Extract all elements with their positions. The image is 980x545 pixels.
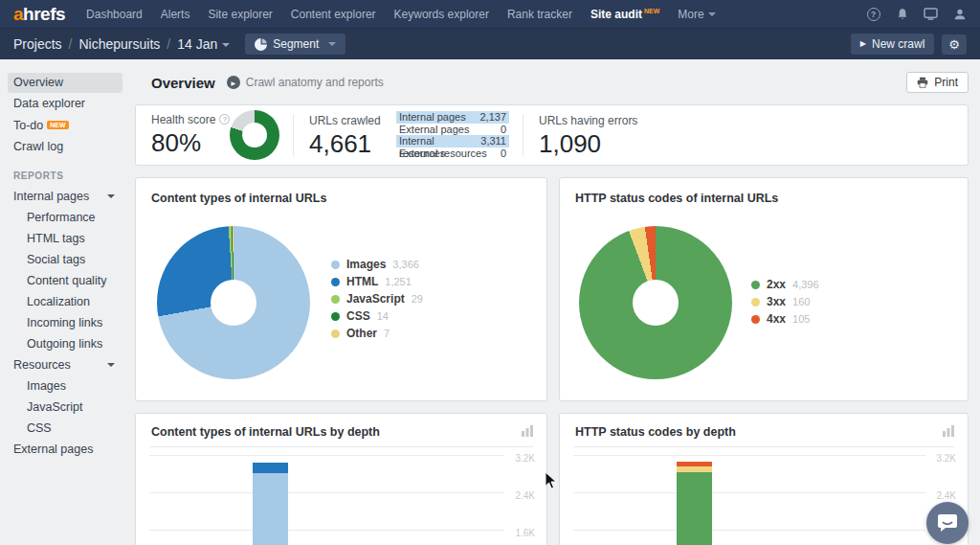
table-row-internal-pages[interactable]: Internal pages2,137 [396, 111, 509, 124]
breadcrumb-project-name[interactable]: Nichepursuits [78, 36, 160, 52]
legend-item-other[interactable]: Other7 [331, 328, 423, 339]
nav-keywords-explorer[interactable]: Keywords explorer [394, 8, 489, 21]
nav-alerts[interactable]: Alerts [161, 8, 190, 21]
segment-button[interactable]: Segment [245, 34, 345, 55]
row-label: External resources [399, 148, 487, 160]
notifications-bell-icon[interactable] [895, 7, 909, 21]
legend-value: 1,251 [385, 276, 412, 287]
sidebar-item-images[interactable]: Images [8, 376, 122, 397]
legend-dot [751, 315, 760, 324]
urls-crawled-label: URLs crawled [309, 114, 375, 127]
crawl-date-selector[interactable]: 14 Jan [177, 36, 230, 52]
legend-label: JavaScript [346, 292, 405, 306]
chevron-down-icon [222, 43, 230, 47]
table-row-internal-resources[interactable]: Internal resources3,311 [396, 135, 509, 148]
crawl-anatomy-link[interactable]: ▶ Crawl anatomy and reports [227, 76, 384, 89]
resources-label: Resources [13, 358, 71, 372]
legend-item-images[interactable]: Images3,366 [331, 259, 423, 270]
y-axis-tick: 2.4K [515, 490, 535, 501]
content-types-card: Content types of internal URLs Images3,3… [135, 177, 547, 401]
sidebar-item-internal-pages[interactable]: Internal pages [8, 187, 122, 207]
sidebar-item-external-pages[interactable]: External pages [8, 440, 122, 460]
legend-item-javascript[interactable]: JavaScript29 [331, 293, 423, 305]
user-account-icon[interactable] [952, 7, 967, 21]
nav-more-label: More [678, 8, 703, 21]
sidebar-item-localization[interactable]: Localization [8, 292, 122, 312]
sidebar-item-overview[interactable]: Overview [8, 73, 122, 93]
sidebar-item-javascript[interactable]: JavaScript [8, 397, 122, 418]
chat-widget-icon[interactable] [924, 7, 938, 21]
chat-launcher-button[interactable] [926, 502, 969, 544]
nav-site-audit[interactable]: Site auditNEW [590, 8, 659, 21]
sidebar-item-css[interactable]: CSS [8, 419, 122, 439]
row-label: Internal resources [399, 135, 480, 148]
y-axis-tick: 3.2K [515, 453, 535, 464]
sidebar-reports-header: REPORTS [0, 169, 130, 183]
table-row-external-resources[interactable]: External resources0 [396, 148, 509, 160]
legend-item-html[interactable]: HTML1,251 [331, 276, 423, 287]
axis-line [149, 446, 533, 447]
card-title: HTTP status codes by depth [575, 425, 736, 439]
bar-chart-icon [943, 425, 954, 437]
legend-value: 7 [384, 328, 390, 339]
legend-label: 3xx [767, 295, 786, 308]
health-score-value: 80% [151, 128, 230, 158]
urls-errors-section: URLs having errors 1,090 [523, 114, 637, 156]
ahrefs-logo[interactable]: ahrefs [13, 4, 65, 25]
print-label: Print [934, 76, 958, 89]
crawl-anatomy-play-icon: ▶ [227, 76, 240, 89]
nav-rank-tracker[interactable]: Rank tracker [507, 8, 572, 21]
sidebar-item-html-tags[interactable]: HTML tags [8, 229, 122, 249]
sidebar-item-incoming-links[interactable]: Incoming links [8, 313, 122, 333]
settings-gear-button[interactable]: ⚙ [942, 34, 967, 55]
bar-segment-images [253, 473, 288, 545]
sidebar-item-content-quality[interactable]: Content quality [8, 271, 122, 291]
bar-segment-2xx [677, 472, 712, 545]
urls-crawled-value: 4,661 [309, 129, 375, 159]
pie-cards-row: Content types of internal URLs Images3,3… [135, 177, 969, 401]
nav-dashboard[interactable]: Dashboard [86, 8, 143, 21]
nav-more[interactable]: More [678, 8, 715, 21]
table-row-external-pages[interactable]: External pages0 [396, 124, 509, 136]
row-label: Internal pages [399, 111, 466, 124]
legend-item-css[interactable]: CSS14 [331, 310, 423, 322]
nav-site-explorer[interactable]: Site explorer [208, 8, 272, 21]
sidebar-item-todo[interactable]: To-doNEW [8, 115, 122, 136]
legend-item-2xx[interactable]: 2xx4,396 [751, 279, 819, 290]
help-glyph: ? [867, 8, 880, 21]
pie-icon [255, 38, 267, 51]
sidebar-item-resources[interactable]: Resources [8, 355, 122, 375]
new-crawl-button[interactable]: ▶New crawl [851, 34, 935, 55]
breadcrumb-projects[interactable]: Projects [13, 36, 62, 52]
status-codes-pie [579, 226, 732, 379]
bar-segment-html [253, 463, 288, 473]
new-badge: NEW [47, 121, 68, 129]
legend-label: 4xx [767, 312, 786, 326]
legend-label: CSS [346, 309, 370, 323]
donut-hole [633, 280, 679, 326]
crawl-date-label: 14 Jan [177, 36, 217, 52]
sidebar-item-performance[interactable]: Performance [8, 208, 122, 228]
new-crawl-label: New crawl [872, 37, 924, 51]
info-icon[interactable]: ? [219, 114, 230, 125]
crawl-anatomy-label: Crawl anatomy and reports [246, 76, 384, 89]
segment-label: Segment [273, 37, 319, 51]
sidebar-item-data-explorer[interactable]: Data explorer [8, 94, 122, 114]
sidebar-item-crawl-log[interactable]: Crawl log [8, 137, 122, 157]
sidebar-item-social-tags[interactable]: Social tags [8, 250, 122, 270]
print-button[interactable]: Print [906, 72, 969, 93]
gridline [573, 492, 925, 493]
legend-item-4xx[interactable]: 4xx105 [751, 313, 819, 325]
logo-rest: hrefs [23, 4, 65, 24]
card-title: HTTP status codes of internal URLs [575, 192, 778, 205]
status-codes-donut [579, 226, 732, 379]
nav-content-explorer[interactable]: Content explorer [291, 8, 376, 21]
legend-item-3xx[interactable]: 3xx160 [751, 296, 819, 307]
chevron-down-icon [107, 194, 115, 198]
status-codes-legend: 2xx4,396 3xx160 4xx105 [751, 279, 819, 325]
main-header: Overview ▶ Crawl anatomy and reports Pri… [135, 72, 969, 93]
chat-bubble-icon [937, 513, 958, 533]
sidebar-item-outgoing-links[interactable]: Outgoing links [8, 334, 122, 354]
help-icon[interactable]: ? [866, 7, 880, 21]
legend-dot [331, 261, 340, 269]
